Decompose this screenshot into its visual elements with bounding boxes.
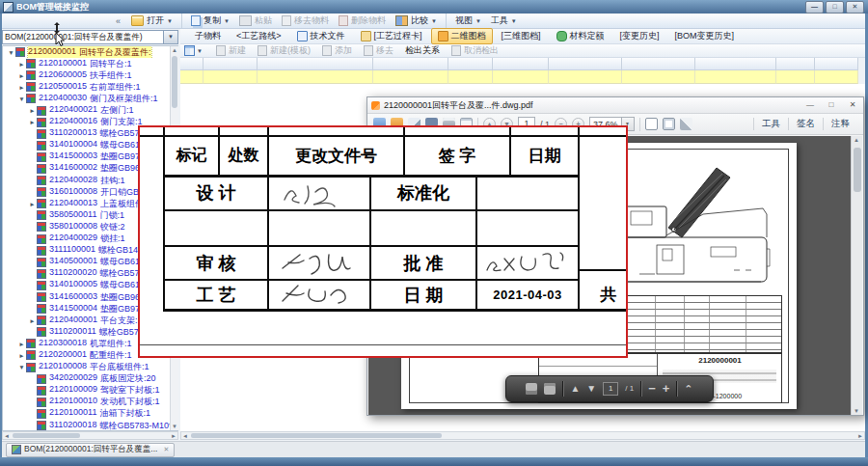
document-toolbar-button[interactable]: 新建 (210, 44, 252, 57)
content-tab[interactable]: <工艺路线> (230, 28, 288, 44)
zoom-out-icon[interactable]: − (648, 383, 656, 395)
document-toolbar-button[interactable]: 取消检出 (446, 44, 504, 57)
expand-arrow-icon[interactable]: ► (28, 201, 37, 207)
column-header[interactable] (549, 58, 622, 70)
toolbar-button[interactable]: 删除物料 ▼ (334, 14, 391, 28)
column-header[interactable] (258, 58, 373, 70)
toolbar-button[interactable]: 复制 ▼ (181, 14, 234, 28)
content-tab[interactable]: [BOM变更历史] (668, 28, 742, 44)
scrollbar-thumb[interactable] (854, 148, 861, 192)
scrollbar-thumb[interactable] (172, 56, 177, 108)
column-header[interactable] (622, 58, 695, 70)
document-toolbar-button[interactable]: 添加 (316, 44, 358, 57)
column-header[interactable] (776, 58, 815, 70)
content-tab[interactable]: [工艺过程卡] (354, 28, 429, 44)
next-page-icon[interactable]: ▼ (586, 383, 596, 395)
tree-item[interactable]: ▼ 2120100008 平台底板组件:1 (3, 362, 177, 373)
fullscreen-icon[interactable] (680, 118, 692, 130)
toolbar-button[interactable]: 视图 ▼ (446, 14, 486, 28)
scroll-up-icon[interactable]: ▲ (853, 137, 860, 143)
tree-item[interactable]: ► 2120400021 左侧门:1 (3, 104, 177, 116)
scroll-left-icon[interactable]: ◄ (181, 433, 189, 439)
content-tab[interactable]: [三维图档] (495, 28, 548, 44)
pdf-close-button[interactable]: ✕ (842, 98, 863, 113)
expand-arrow-icon[interactable]: ► (17, 61, 26, 68)
document-toolbar-button[interactable]: 检出关系 (399, 44, 446, 57)
tools-button[interactable]: 工具 (753, 118, 788, 130)
pdf-maximize-button[interactable]: □ (821, 98, 842, 113)
toolbar-button[interactable]: 比较 ▼ (391, 14, 442, 28)
tree-item[interactable]: 3110200018 螺栓GB5783-M10*20-8.8:18 (3, 420, 177, 431)
expand-arrow-icon[interactable]: ► (17, 84, 26, 91)
column-header[interactable] (203, 58, 258, 70)
expand-arrow-icon[interactable]: ▼ (7, 49, 15, 56)
column-header[interactable] (815, 58, 858, 70)
scroll-up-icon[interactable]: ▲ (171, 47, 178, 53)
fit-page-icon[interactable] (663, 118, 675, 130)
tree-item[interactable]: ▼ 2120000001 回转平台及覆盖件: (3, 46, 177, 58)
expand-arrow-icon[interactable]: ► (17, 72, 26, 79)
fit-width-icon[interactable] (645, 118, 658, 130)
tree-item[interactable]: ► 2120500015 右前罩组件:1 (3, 81, 177, 93)
expand-arrow-icon[interactable]: ► (17, 341, 26, 347)
save-icon[interactable] (526, 383, 537, 395)
close-button[interactable]: ✕ (846, 1, 864, 14)
pdf-minimize-button[interactable]: — (800, 98, 821, 113)
tree-horizontal-scrollbar[interactable]: ◄ ► (2, 431, 178, 440)
toolbar-button[interactable]: 粘贴 ▼ (234, 14, 277, 28)
content-tab[interactable]: 子物料 (188, 28, 228, 44)
toolbar-button[interactable]: 打开 ▼ (126, 14, 177, 28)
document-toolbar-button[interactable]: 移去 (358, 44, 399, 57)
maximize-button[interactable]: □ (826, 1, 844, 14)
tree-item[interactable]: 2120100009 驾驶室下封板:1 (3, 385, 177, 397)
taskbar-tab[interactable]: BOM(2120000001:回转平台及覆盖... ✕ (6, 443, 175, 457)
column-header[interactable] (180, 58, 203, 70)
content-tab[interactable]: 材料定额 (550, 28, 611, 44)
tree-item[interactable]: 3420200029 底板固定块:20 (3, 373, 177, 385)
tree-item[interactable]: 2120100011 油箱下封板:1 (3, 408, 177, 420)
zoom-in-icon[interactable]: + (663, 383, 670, 395)
expand-arrow-icon[interactable]: ► (17, 352, 26, 359)
minimize-button[interactable]: — (805, 1, 824, 14)
tab-close-icon[interactable]: ✕ (163, 446, 169, 453)
main-horizontal-scrollbar[interactable]: ◄ ► (180, 431, 865, 440)
expand-arrow-icon[interactable]: ► (28, 107, 37, 114)
column-header[interactable] (448, 58, 493, 70)
content-tab[interactable]: 二维图档 (431, 28, 493, 44)
scroll-right-icon[interactable]: ► (170, 433, 177, 439)
previous-page-icon[interactable]: ▲ (570, 383, 580, 395)
pdf-titlebar[interactable]: 2120000001回转平台及覆...件.dwg.pdf — □ ✕ (367, 97, 863, 114)
toolbar-button[interactable]: 移去物料 ▼ (277, 14, 334, 28)
tree-item[interactable]: 2120100010 发动机下封板:1 (3, 397, 177, 408)
float-page-input[interactable]: 1 (603, 382, 618, 396)
column-header[interactable] (373, 58, 448, 70)
column-header[interactable] (695, 58, 776, 70)
expand-arrow-icon[interactable]: ► (28, 119, 37, 125)
pdf-vertical-scrollbar[interactable]: ▲ ▼ (851, 136, 862, 415)
comment-button[interactable]: 注释 (823, 118, 857, 130)
tree-item[interactable]: ▼ 2120400030 侧门及框架组件:1 (3, 93, 177, 104)
scroll-right-icon[interactable]: ► (856, 433, 864, 439)
collapse-panel-button[interactable]: « (110, 16, 126, 26)
scrollbar-thumb[interactable] (191, 433, 442, 438)
print-icon[interactable] (544, 383, 556, 395)
content-tab[interactable]: [变更历史] (613, 28, 666, 44)
file-table-row[interactable] (180, 70, 865, 84)
document-toolbar-button[interactable]: 新建(模板) (252, 44, 316, 57)
expand-arrow-icon[interactable]: ▼ (17, 364, 26, 370)
sign-button[interactable]: 签名 (788, 118, 823, 130)
tree-item[interactable]: ► 2120100001 回转平台:1 (3, 58, 177, 69)
expand-arrow-icon[interactable]: ▼ (17, 96, 26, 102)
list-view-button[interactable]: ▼ (184, 45, 203, 56)
scroll-down-icon[interactable]: ▼ (171, 424, 178, 429)
bom-selector-combobox[interactable]: BOM(2120000001:回转平台及覆盖件) ▼ (2, 30, 178, 44)
toolbar-button[interactable]: 工具 ▼ (486, 14, 522, 28)
expand-arrow-icon[interactable]: ► (28, 317, 37, 324)
tree-item[interactable]: ► 2120600005 扶手组件:1 (3, 69, 177, 81)
scrollbar-thumb[interactable] (13, 433, 80, 438)
combobox-dropdown-icon[interactable]: ▼ (163, 31, 177, 43)
reader-logo-icon[interactable]: ⌃ (684, 383, 692, 395)
content-tab[interactable]: 技术文件 (290, 28, 352, 44)
scroll-down-icon[interactable]: ▼ (853, 408, 860, 414)
column-header[interactable] (493, 58, 549, 70)
